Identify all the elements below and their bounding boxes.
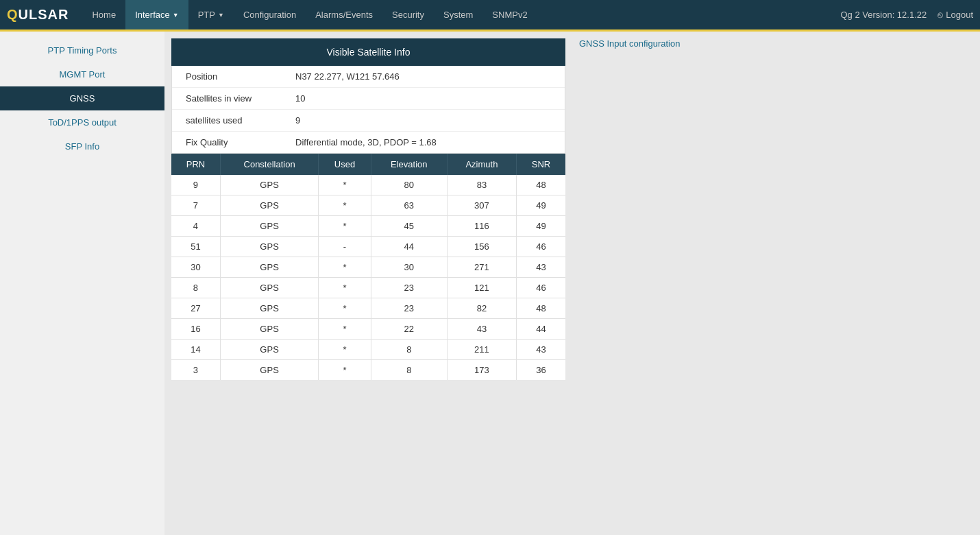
nav-right: Qg 2 Version: 12.1.22 ⎋ Logout [840, 10, 973, 20]
table-cell: GPS [220, 298, 318, 319]
col-azimuth: Azimuth [447, 154, 516, 175]
nav-interface[interactable]: Interface ▼ [125, 0, 188, 29]
table-cell: 48 [517, 298, 565, 319]
nav-configuration[interactable]: Configuration [234, 0, 306, 29]
table-cell: 30 [171, 257, 220, 278]
table-cell: 36 [517, 360, 565, 381]
table-cell: 8 [371, 340, 447, 360]
table-cell: 14 [171, 340, 220, 360]
nav-snmpv2[interactable]: SNMPv2 [482, 0, 537, 29]
table-cell: 45 [371, 216, 447, 237]
table-cell: 22 [371, 319, 447, 340]
nav-system[interactable]: System [434, 0, 482, 29]
position-value: N37 22.277, W121 57.646 [295, 71, 400, 82]
table-cell: 9 [171, 175, 220, 195]
gnss-config-link[interactable]: GNSS Input configuration [579, 38, 680, 49]
logout-icon: ⎋ [938, 10, 943, 20]
table-cell: 43 [517, 257, 565, 278]
table-cell: GPS [220, 237, 318, 257]
table-cell: 271 [447, 257, 516, 278]
table-cell: 82 [447, 298, 516, 319]
sidebar: PTP Timing Ports MGMT Port GNSS ToD/1PPS… [0, 32, 164, 535]
table-cell: 8 [171, 278, 220, 298]
left-panel: Visible Satellite Info Position N37 22.2… [171, 38, 565, 380]
satellites-view-value: 10 [295, 93, 305, 104]
col-snr: SNR [517, 154, 565, 175]
table-cell: 23 [371, 278, 447, 298]
table-cell: 4 [171, 216, 220, 237]
table-cell: 48 [517, 175, 565, 195]
table-row: 9GPS*808348 [171, 175, 565, 195]
sidebar-item-gnss[interactable]: GNSS [0, 86, 164, 110]
sidebar-item-sfp-info[interactable]: SFP Info [0, 134, 164, 158]
content-area: Visible Satellite Info Position N37 22.2… [164, 32, 980, 387]
position-row: Position N37 22.277, W121 57.646 [172, 66, 565, 88]
version-text: Qg 2 Version: 12.1.22 [840, 10, 927, 20]
table-cell: * [319, 195, 371, 216]
table-cell: 49 [517, 195, 565, 216]
table-cell: 43 [447, 319, 516, 340]
nav-items: Home Interface ▼ PTP ▼ Configuration Ala… [82, 0, 840, 29]
nav-security[interactable]: Security [382, 0, 434, 29]
brand-ulsar: ULSAR [19, 7, 69, 22]
table-cell: * [319, 278, 371, 298]
table-cell: 307 [447, 195, 516, 216]
nav-ptp[interactable]: PTP ▼ [188, 0, 234, 29]
satellites-used-label: satellites used [186, 115, 295, 126]
table-cell: * [319, 175, 371, 195]
table-cell: GPS [220, 319, 318, 340]
table-cell: GPS [220, 216, 318, 237]
table-cell: * [319, 257, 371, 278]
table-cell: 121 [447, 278, 516, 298]
satellites-view-row: Satellites in view 10 [172, 88, 565, 110]
col-constellation: Constellation [220, 154, 318, 175]
col-used: Used [319, 154, 371, 175]
table-cell: 16 [171, 319, 220, 340]
table-header: PRN Constellation Used Elevation Azimuth… [171, 154, 565, 175]
table-cell: * [319, 360, 371, 381]
right-panel: GNSS Input configuration [565, 38, 973, 380]
satellites-used-value: 9 [295, 115, 300, 126]
table-cell: 44 [371, 237, 447, 257]
table-cell: 116 [447, 216, 516, 237]
ptp-dropdown-arrow: ▼ [218, 12, 224, 19]
table-cell: 43 [517, 340, 565, 360]
table-row: 14GPS*821143 [171, 340, 565, 360]
col-prn: PRN [171, 154, 220, 175]
table-cell: GPS [220, 340, 318, 360]
table-cell: * [319, 216, 371, 237]
table-cell: 23 [371, 298, 447, 319]
interface-dropdown-arrow: ▼ [173, 12, 179, 19]
table-cell: - [319, 237, 371, 257]
table-cell: GPS [220, 175, 318, 195]
table-cell: 46 [517, 278, 565, 298]
sidebar-item-tod-1pps[interactable]: ToD/1PPS output [0, 110, 164, 134]
fix-quality-label: Fix Quality [186, 137, 295, 147]
table-cell: * [319, 319, 371, 340]
sidebar-item-ptp-timing-ports[interactable]: PTP Timing Ports [0, 38, 164, 62]
table-cell: 211 [447, 340, 516, 360]
table-row: 51GPS-4415646 [171, 237, 565, 257]
nav-alarms[interactable]: Alarms/Events [306, 0, 382, 29]
sidebar-item-mgmt-port[interactable]: MGMT Port [0, 62, 164, 86]
table-cell: GPS [220, 360, 318, 381]
table-body: 9GPS*8083487GPS*63307494GPS*451164951GPS… [171, 175, 565, 380]
navbar: QULSAR Home Interface ▼ PTP ▼ Configurat… [0, 0, 980, 29]
nav-home[interactable]: Home [82, 0, 125, 29]
table-cell: 27 [171, 298, 220, 319]
table-row: 27GPS*238248 [171, 298, 565, 319]
logout-button[interactable]: ⎋ Logout [938, 10, 973, 20]
table-cell: 7 [171, 195, 220, 216]
brand-q: Q [7, 7, 19, 22]
table-row: 4GPS*4511649 [171, 216, 565, 237]
table-cell: GPS [220, 278, 318, 298]
table-cell: 173 [447, 360, 516, 381]
satellites-used-row: satellites used 9 [172, 110, 565, 132]
table-cell: 44 [517, 319, 565, 340]
table-cell: * [319, 298, 371, 319]
brand-logo[interactable]: QULSAR [7, 7, 69, 23]
table-cell: 46 [517, 237, 565, 257]
fix-quality-value: Differential mode, 3D, PDOP = 1.68 [295, 137, 437, 147]
table-cell: 30 [371, 257, 447, 278]
page-layout: PTP Timing Ports MGMT Port GNSS ToD/1PPS… [0, 32, 980, 535]
